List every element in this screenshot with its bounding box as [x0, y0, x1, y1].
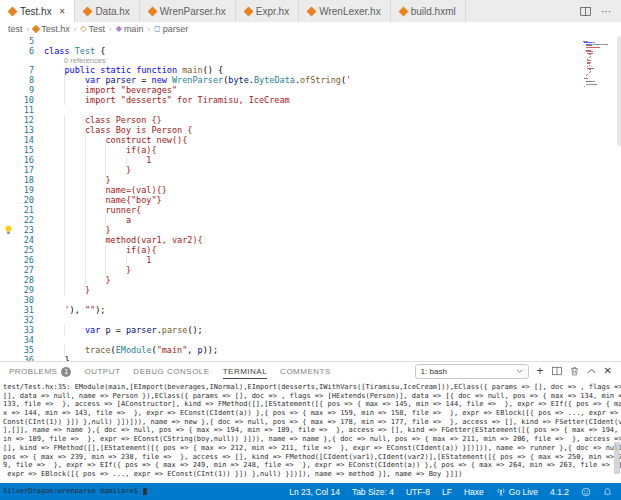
close-icon[interactable]: ✕ [59, 7, 66, 16]
gutter-glyph-margin[interactable] [0, 315, 16, 325]
line-number[interactable]: 27 [16, 265, 34, 275]
gutter-glyph-margin[interactable] [0, 325, 16, 335]
line-number[interactable]: 11 [16, 105, 34, 115]
code-line[interactable]: 22 a [0, 215, 621, 225]
code-line[interactable]: 29 } [0, 285, 621, 295]
line-number[interactable]: 20 [16, 195, 34, 205]
code-line[interactable]: 13 class Boy is Person { [0, 125, 621, 135]
gutter-glyph-margin[interactable] [0, 115, 16, 125]
code-line[interactable]: 14 construct new(){ [0, 135, 621, 145]
panel-tab-debug-console[interactable]: DEBUG CONSOLE [133, 364, 209, 378]
gutter-glyph-margin[interactable] [0, 36, 16, 46]
code-line[interactable]: 8 var parser = new WrenParser(byte.ByteD… [0, 75, 621, 85]
terminal-prompt[interactable]: SilverDragon:wrenparse damilare$ [3, 487, 621, 496]
line-number[interactable]: 14 [16, 135, 34, 145]
code-line[interactable]: 24 method(var1, var2){ [0, 235, 621, 245]
line-number[interactable]: 28 [16, 275, 34, 285]
gutter-glyph-margin[interactable] [0, 95, 16, 105]
line-number[interactable]: 29 [16, 285, 34, 295]
code-line[interactable]: 7 public static function main() { [0, 65, 621, 75]
terminal-selector[interactable]: 1: bash [415, 364, 529, 379]
line-number[interactable]: 12 [16, 115, 34, 125]
line-number[interactable]: 8 [16, 75, 34, 85]
gutter-glyph-margin[interactable] [0, 345, 16, 355]
code-line[interactable]: 11 [0, 105, 621, 115]
breadcrumb-item-test[interactable]: test [8, 24, 23, 34]
gutter-glyph-margin[interactable] [0, 46, 16, 56]
code-line[interactable]: 17 } [0, 165, 621, 175]
gutter-glyph-margin[interactable] [0, 85, 16, 95]
breadcrumb-item-parser[interactable]: ◻parser [154, 24, 188, 34]
code-line[interactable]: 33 var p = parser.parse(); [0, 325, 621, 335]
tab-wrenparser-hx[interactable]: WrenParser.hx [140, 0, 236, 22]
gutter-glyph-margin[interactable] [0, 275, 16, 285]
code-line[interactable]: 6class Test { [0, 46, 621, 56]
code-line[interactable]: 30 [0, 295, 621, 305]
terminal-scrollbar[interactable] [614, 442, 620, 474]
gutter-glyph-margin[interactable] [0, 295, 16, 305]
line-number[interactable]: 25 [16, 245, 34, 255]
tab-wrenlexer-hx[interactable]: WrenLexer.hx [299, 0, 391, 22]
line-number[interactable]: 24 [16, 235, 34, 245]
maximize-panel-icon[interactable] [587, 368, 596, 374]
panel-tab-comments[interactable]: COMMENTS [280, 364, 331, 378]
code-line[interactable]: 25 if(a){ [0, 245, 621, 255]
line-number[interactable]: 7 [16, 65, 34, 75]
line-number[interactable]: 9 [16, 85, 34, 95]
gutter-glyph-margin[interactable] [0, 265, 16, 275]
gutter-glyph-margin[interactable] [0, 185, 16, 195]
gutter-glyph-margin[interactable] [0, 145, 16, 155]
gutter-glyph-margin[interactable] [0, 225, 16, 235]
code-line[interactable]: 15 if(a){ [0, 145, 621, 155]
split-terminal-icon[interactable] [552, 366, 562, 376]
gutter-glyph-margin[interactable] [0, 235, 16, 245]
more-actions-icon[interactable]: ··· [601, 6, 611, 17]
line-number[interactable]: 33 [16, 325, 34, 335]
line-number[interactable]: 32 [16, 315, 34, 325]
code-line[interactable]: 10 import "desserts" for Tiramisu, IceCr… [0, 95, 621, 105]
tab-test-hx[interactable]: Test.hx✕ [0, 0, 75, 22]
code-line[interactable]: 16 1 [0, 155, 621, 165]
panel-tab-problems[interactable]: PROBLEMS1 [9, 364, 71, 379]
code-line[interactable]: 28 } [0, 275, 621, 285]
line-number[interactable]: 15 [16, 145, 34, 155]
gutter-glyph-margin[interactable] [0, 65, 16, 75]
code-line[interactable]: 35 trace(EModule("main", p)); [0, 345, 621, 355]
code-line[interactable]: 18 } [0, 175, 621, 185]
code-line[interactable]: 26 1 [0, 255, 621, 265]
split-editor-icon[interactable] [580, 6, 591, 17]
tab-data-hx[interactable]: Data.hx [75, 0, 139, 22]
line-number[interactable]: 6 [16, 46, 34, 56]
kill-terminal-icon[interactable] [570, 366, 579, 376]
tab-build-hxml[interactable]: build.hxml [391, 0, 466, 22]
gutter-glyph-margin[interactable] [0, 215, 16, 225]
gutter-glyph-margin[interactable] [0, 75, 16, 85]
code-line[interactable]: 31 '), ""); [0, 305, 621, 315]
codelens-references[interactable]: 0 references [0, 56, 621, 65]
gutter-glyph-margin[interactable] [0, 285, 16, 295]
breadcrumb-item-main[interactable]: ◆main [116, 24, 144, 34]
panel-tab-terminal[interactable]: TERMINAL [223, 364, 267, 379]
line-number[interactable]: 35 [16, 345, 34, 355]
code-editor[interactable]: 56class Test {0 references7 public stati… [0, 36, 621, 361]
gutter-glyph-margin[interactable] [0, 155, 16, 165]
code-line[interactable]: 20 name{"boy"} [0, 195, 621, 205]
breadcrumb-item-test-hx[interactable]: Test.hx [33, 24, 70, 34]
gutter-glyph-margin[interactable] [0, 195, 16, 205]
line-number[interactable]: 13 [16, 125, 34, 135]
code-line[interactable]: 34 [0, 335, 621, 345]
gutter-glyph-margin[interactable] [0, 305, 16, 315]
gutter-glyph-margin[interactable] [0, 335, 16, 345]
line-number[interactable]: 30 [16, 295, 34, 305]
gutter-glyph-margin[interactable] [0, 125, 16, 135]
line-number[interactable]: 5 [16, 36, 34, 46]
line-number[interactable]: 17 [16, 165, 34, 175]
gutter-glyph-margin[interactable] [0, 245, 16, 255]
code-line[interactable]: 9 import "beverages" [0, 85, 621, 95]
line-number[interactable]: 34 [16, 335, 34, 345]
gutter-glyph-margin[interactable] [0, 165, 16, 175]
gutter-glyph-margin[interactable] [0, 205, 16, 215]
gutter-glyph-margin[interactable] [0, 105, 16, 115]
close-panel-icon[interactable]: ✕ [604, 366, 612, 376]
tab-expr-hx[interactable]: Expr.hx [236, 0, 299, 22]
